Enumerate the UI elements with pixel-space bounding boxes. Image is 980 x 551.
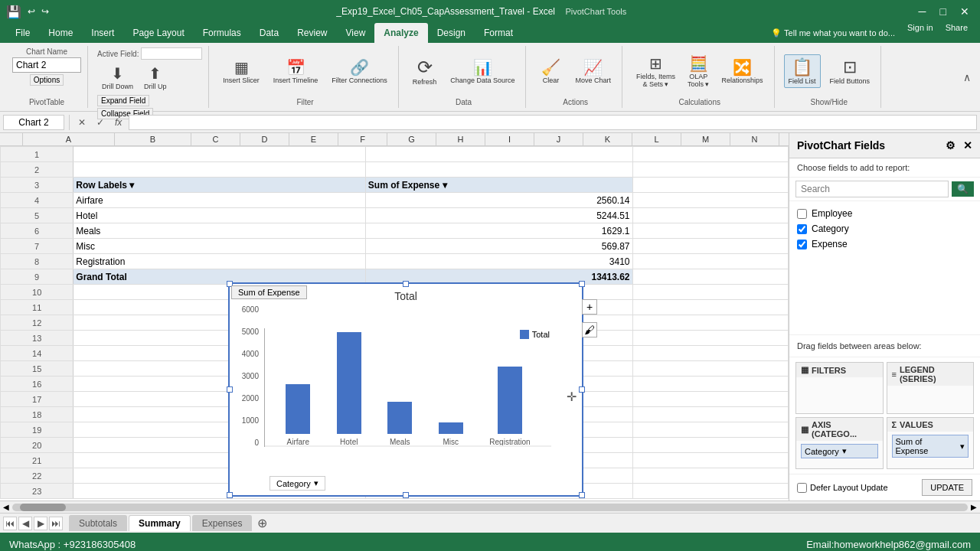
cell-A7[interactable]: Misc [74, 239, 365, 254]
cell-rest-3[interactable] [632, 178, 788, 193]
resize-handle-bl[interactable] [227, 492, 233, 498]
defer-checkbox[interactable] [797, 483, 807, 493]
insert-timeline-button[interactable]: 📅 Insert Timeline [269, 55, 323, 87]
close-button[interactable]: ✕ [956, 4, 974, 19]
tab-review[interactable]: Review [288, 23, 336, 43]
pf-filters-content[interactable] [796, 377, 883, 405]
axis-tag-chevron[interactable]: ▾ [842, 446, 847, 456]
redo-icon[interactable]: ↪ [41, 6, 49, 17]
cell-B7[interactable]: 569.87 [365, 239, 632, 254]
cell-A3[interactable]: Row Labels ▾ [74, 178, 365, 193]
sheet-nav-prev[interactable]: ◀ [18, 517, 32, 530]
cell-B1[interactable] [365, 147, 632, 162]
cell-rest-8[interactable] [632, 254, 788, 269]
move-chart-button[interactable]: 📈 Move Chart [570, 55, 616, 87]
sheet-tab-expenses[interactable]: Expenses [192, 515, 253, 531]
cell-A1[interactable] [74, 147, 365, 162]
resize-handle-tc[interactable] [403, 281, 409, 287]
field-buttons-button[interactable]: ⊡ Field Buttons [825, 54, 875, 88]
category-dropdown[interactable]: Category ▾ [270, 476, 325, 491]
pivot-fields-close-icon[interactable]: ✕ [963, 139, 972, 152]
refresh-button[interactable]: ⟳ Refresh [408, 54, 442, 89]
pf-field-employee-label[interactable]: Employee [812, 208, 852, 219]
name-box[interactable] [3, 115, 64, 130]
minimize-button[interactable]: ─ [914, 4, 931, 19]
pivot-fields-gear-icon[interactable]: ⚙ [946, 139, 956, 152]
tab-file[interactable]: File [6, 23, 39, 43]
cell-B2[interactable] [365, 162, 632, 178]
chart-container[interactable]: + 🖌 Sum of Expense Total 0 1000 2000 300… [228, 282, 583, 497]
cell-rest-6[interactable] [632, 223, 788, 239]
cell-A4[interactable]: Airfare [74, 193, 365, 208]
cell-rest-7[interactable] [632, 239, 788, 254]
tab-insert[interactable]: Insert [82, 23, 123, 43]
pf-search-input[interactable] [795, 181, 949, 197]
cell-B4[interactable]: 2560.14 [365, 193, 632, 208]
pf-field-expense-checkbox[interactable] [797, 240, 807, 249]
tell-me-box[interactable]: 💡 Tell me what you want to do... [765, 23, 901, 43]
sheet-nav-last[interactable]: ⏭ [49, 517, 63, 530]
cell-A8[interactable]: Registration [74, 254, 365, 269]
values-tag-chevron[interactable]: ▾ [960, 442, 965, 452]
tab-home[interactable]: Home [39, 23, 82, 43]
undo-icon[interactable]: ↩ [28, 6, 35, 17]
chart-elements-button[interactable]: + [582, 299, 597, 315]
cell-rest-2[interactable] [632, 162, 788, 178]
resize-handle-bc[interactable] [403, 492, 409, 498]
sign-in-button[interactable]: Sign in [901, 23, 939, 43]
cell-rest-4[interactable] [632, 193, 788, 208]
pf-axis-category-tag[interactable]: Category ▾ [801, 444, 878, 458]
cell-B5[interactable]: 5244.51 [365, 208, 632, 223]
pf-search-button[interactable]: 🔍 [952, 181, 974, 197]
formula-input[interactable] [129, 115, 977, 130]
category-filter-button[interactable]: Category ▾ [270, 476, 325, 491]
sheet-nav-first[interactable]: ⏮ [3, 517, 17, 530]
tab-formulas[interactable]: Formulas [194, 23, 250, 43]
change-data-source-button[interactable]: 📊 Change Data Source [446, 55, 519, 87]
tab-format[interactable]: Format [475, 23, 522, 43]
cancel-formula-button[interactable]: ✕ [74, 116, 90, 129]
expand-field-button[interactable]: Expand Field [97, 95, 149, 106]
insert-slicer-button[interactable]: ▦ Insert Slicer [218, 55, 264, 87]
pf-legend-content[interactable] [887, 386, 974, 413]
insert-function-button[interactable]: fx [111, 116, 126, 129]
fields-items-sets-button[interactable]: ⊞ Fields, Items& Sets ▾ [632, 51, 680, 91]
relationships-button[interactable]: 🔀 Relationships [717, 55, 767, 87]
cell-rest-9[interactable] [632, 269, 788, 285]
chart-styles-button[interactable]: 🖌 [582, 322, 597, 337]
tab-data[interactable]: Data [250, 23, 288, 43]
pf-values-expense-tag[interactable]: Sum of Expense ▾ [892, 435, 969, 458]
drill-down-button[interactable]: ⬇ Drill Down [97, 61, 138, 93]
sheet-nav-next[interactable]: ▶ [34, 517, 47, 530]
clear-button[interactable]: 🧹 Clear [535, 55, 566, 87]
update-button[interactable]: UPDATE [922, 479, 972, 496]
pf-field-category-label[interactable]: Category [812, 223, 849, 234]
cell-rest-5[interactable] [632, 208, 788, 223]
cell-A2[interactable] [74, 162, 365, 178]
cell-A5[interactable]: Hotel [74, 208, 365, 223]
field-list-button[interactable]: 📋 Field List [784, 54, 821, 88]
cell-B3[interactable]: Sum of Expense ▾ [365, 178, 632, 193]
options-button[interactable]: Options [30, 74, 64, 86]
pf-field-expense-label[interactable]: Expense [812, 239, 848, 249]
tab-design[interactable]: Design [428, 23, 475, 43]
confirm-formula-button[interactable]: ✓ [93, 116, 108, 129]
restore-button[interactable]: □ [936, 4, 951, 19]
horizontal-scrollbar[interactable] [12, 504, 968, 511]
tab-analyze[interactable]: Analyze [374, 23, 427, 43]
active-field-input[interactable] [141, 47, 202, 60]
filter-connections-button[interactable]: 🔗 Filter Connections [327, 55, 392, 87]
chart-name-input[interactable] [12, 57, 81, 73]
tab-page-layout[interactable]: Page Layout [123, 23, 193, 43]
cell-rest-1[interactable] [632, 147, 788, 162]
cell-A6[interactable]: Meals [74, 223, 365, 239]
cell-B8[interactable]: 3410 [365, 254, 632, 269]
ribbon-collapse-button[interactable]: ∧ [960, 46, 974, 108]
tab-view[interactable]: View [337, 23, 375, 43]
share-button[interactable]: Share [939, 23, 974, 43]
cell-B6[interactable]: 1629.1 [365, 223, 632, 239]
pf-field-category-checkbox[interactable] [797, 224, 807, 234]
resize-handle-tr[interactable] [579, 281, 585, 287]
scroll-left-btn[interactable]: ◀ [3, 503, 9, 511]
add-sheet-button[interactable]: ⊕ [253, 515, 270, 532]
